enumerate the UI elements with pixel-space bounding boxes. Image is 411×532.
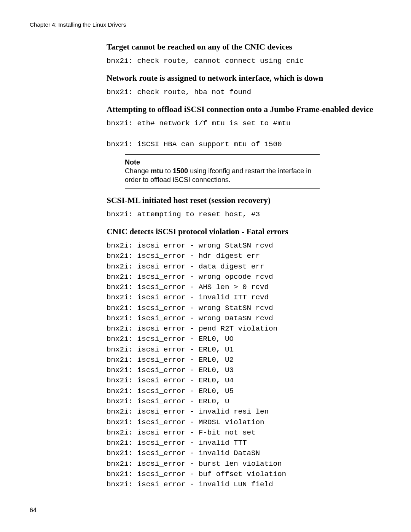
section-heading-1: Target cannot be reached on any of the C… — [107, 42, 381, 52]
code-block-1: bnx2i: check route, cannot connect using… — [107, 56, 381, 66]
code-block-5: bnx2i: iscsi_error - wrong StatSN rcvd b… — [107, 241, 381, 490]
note-text-bold-2: 1500 — [173, 167, 188, 175]
page: Chapter 4: Installing the Linux Drivers … — [0, 0, 411, 532]
code-block-4: bnx2i: attempting to reset host, #3 — [107, 209, 381, 220]
note-text: Change mtu to 1500 using ifconfig and re… — [125, 167, 320, 184]
code-block-3: bnx2i: eth# network i/f mtu is set to #m… — [107, 118, 381, 150]
note-text-pre: Change — [125, 167, 151, 175]
content-column: Target cannot be reached on any of the C… — [107, 42, 381, 494]
code-block-2: bnx2i: check route, hba not found — [107, 87, 381, 97]
note-label: Note — [125, 158, 320, 166]
section-heading-5: CNIC detects iSCSI protocol violation - … — [107, 227, 381, 237]
note-text-bold-1: mtu — [151, 167, 163, 175]
section-heading-2: Network route is assigned to network int… — [107, 73, 381, 83]
section-heading-4: SCSI-ML initiated host reset (session re… — [107, 195, 381, 206]
chapter-header: Chapter 4: Installing the Linux Drivers — [30, 21, 126, 28]
page-number: 64 — [30, 507, 37, 514]
note-box: Note Change mtu to 1500 using ifconfig a… — [125, 154, 320, 189]
note-text-mid: to — [163, 167, 173, 175]
section-heading-3: Attempting to offload iSCSI connection o… — [107, 104, 381, 115]
